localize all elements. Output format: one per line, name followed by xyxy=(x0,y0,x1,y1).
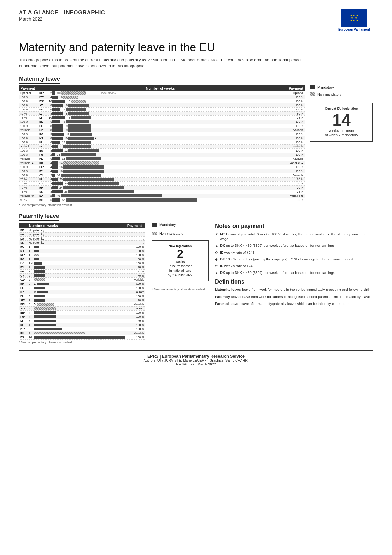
header-main-title: AT A GLANCE - INFOGRAPHIC xyxy=(19,9,105,16)
maternity-legend: Mandatory Non-mandatory Current EU legis… xyxy=(310,85,373,207)
complementary-note: * See complementary information overleaf xyxy=(19,203,305,207)
eu-leg-weeks: 14 xyxy=(314,112,369,128)
pat-mandatory-box xyxy=(152,223,157,227)
pat-legend-mandatory: Mandatory xyxy=(152,223,209,227)
ep-name: European Parliament xyxy=(338,28,370,31)
pat-col-payment: Payment xyxy=(126,223,145,228)
notes-col: Notes on payment ▼MT Payment postnatal: … xyxy=(215,223,373,344)
header-date: March 2022 xyxy=(19,16,105,22)
non-mandatory-box xyxy=(310,92,315,96)
paternity-table-wrap: Number of weeks Payment BENo paternity/H… xyxy=(19,223,145,344)
pat-non-mandatory-box xyxy=(152,232,157,235)
mat-col-payment-right: Payment xyxy=(283,85,305,91)
pat-legend-non-mandatory: Non-mandatory xyxy=(152,232,209,235)
page-footer: EPRS | European Parliamentary Research S… xyxy=(19,350,373,366)
eu-legislation-box: Current EU legislation 14 weeks minimumo… xyxy=(310,103,373,142)
pat-middle-note: * See complementary information overleaf xyxy=(152,288,209,291)
paternity-container: Number of weeks Payment BENo paternity/H… xyxy=(19,223,373,344)
notes-title: Notes on payment xyxy=(215,223,373,229)
footer-authors: Authors: Ülla JURVISTE, Marie LECERF - G… xyxy=(19,359,373,362)
eu-leg-sub: weeks minimumof which 2 mandatory xyxy=(314,128,369,138)
new-leg-sub: weeksTo be transposedin national lawsby … xyxy=(156,260,205,278)
maternity-section-title: Maternity leave xyxy=(19,76,60,84)
definitions-section: Definitions Maternity leave: leave from … xyxy=(215,278,373,307)
footer-ref: PE 698.892 - March 2022 xyxy=(19,362,373,366)
defs-title: Definitions xyxy=(215,278,373,285)
pat-comp-note: * See complementary information overleaf xyxy=(19,341,145,344)
mandatory-box xyxy=(310,85,315,89)
pat-col-country xyxy=(19,223,28,228)
pat-mandatory-label: Mandatory xyxy=(159,223,176,227)
pat-col-weeks: Number of weeks xyxy=(28,223,126,228)
maternity-container: Payment Number of weeks Payment Optional… xyxy=(19,85,373,207)
intro-text: This infographic aims to present the cur… xyxy=(19,57,303,69)
page-header: AT A GLANCE - INFOGRAPHIC March 2022 ★ ★… xyxy=(19,9,373,31)
defs-text: Maternity leave: leave from work for mot… xyxy=(215,287,373,307)
header-divider xyxy=(19,35,373,35)
new-leg-label: New legislation xyxy=(156,244,205,248)
eu-leg-label: Current EU legislation xyxy=(314,107,369,110)
footer-org: EPRS | European Parliamentary Research S… xyxy=(19,354,373,359)
mat-col-weeks: Number of weeks xyxy=(38,85,283,91)
maternity-table: Payment Number of weeks Payment Optional… xyxy=(19,85,305,202)
legend-non-mandatory: Non-mandatory xyxy=(310,92,373,96)
non-mandatory-label: Non-mandatory xyxy=(317,92,341,96)
paternity-middle: Mandatory Non-mandatory New legislation … xyxy=(152,223,209,344)
notes-list: ▼MT Payment postnatal: 6 weeks, 100 %; 4… xyxy=(215,232,373,276)
new-legislation-box: New legislation 2 weeksTo be transposedi… xyxy=(152,240,209,281)
header-title-block: AT A GLANCE - INFOGRAPHIC March 2022 xyxy=(19,9,105,22)
mat-col-payment-left: Payment xyxy=(19,85,38,91)
paternity-table: Number of weeks Payment BENo paternity/H… xyxy=(19,223,145,340)
pat-non-mandatory-label: Non-mandatory xyxy=(159,232,183,235)
mandatory-label: Mandatory xyxy=(317,85,334,89)
page-big-title: Maternity and paternity leave in the EU xyxy=(19,41,373,54)
maternity-table-wrap: Payment Number of weeks Payment Optional… xyxy=(19,85,305,207)
legend-mandatory: Mandatory xyxy=(310,85,373,89)
ep-flag: ★ ★ ★★ ★★ ★ ★ xyxy=(341,9,367,27)
new-leg-weeks: 2 xyxy=(156,248,205,260)
paternity-section-title: Paternity leave xyxy=(19,213,59,221)
ep-logo: ★ ★ ★★ ★★ ★ ★ European Parliament xyxy=(335,9,373,31)
ep-stars: ★ ★ ★★ ★★ ★ ★ xyxy=(350,14,358,22)
